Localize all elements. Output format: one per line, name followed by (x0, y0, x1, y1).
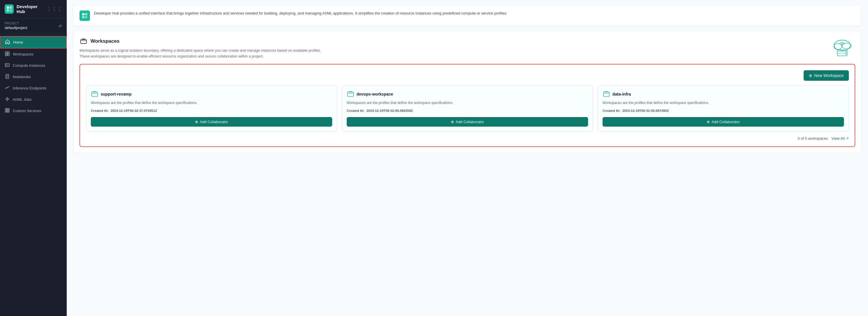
workspaces-desc-2: These workspaces are designed to enable … (80, 53, 321, 59)
svg-rect-31 (85, 13, 87, 16)
workspaces-icon (5, 51, 10, 57)
workspace-cards-grid: support-revamp Workspaces are the profil… (86, 85, 849, 132)
swap-icon[interactable]: ⇄ (59, 24, 62, 28)
add-collaborator-label-3: Add Collaborator (712, 120, 740, 124)
sidebar-item-inference-label: Inference Endpoints (13, 86, 46, 90)
workspaces-title-row: Workspaces (80, 37, 321, 45)
card-title-3: data-infra (612, 92, 631, 96)
svg-rect-30 (82, 13, 85, 16)
svg-rect-52 (603, 92, 609, 96)
svg-rect-3 (9, 9, 12, 11)
app-title: Developer Hub (17, 4, 46, 14)
new-workspace-plus-icon: ⊕ (809, 73, 812, 78)
sidebar-header: Developer Hub ⋮⋮⋮ (0, 0, 67, 18)
info-logo-icon (80, 10, 90, 21)
svg-rect-0 (7, 6, 9, 9)
svg-point-45 (845, 54, 846, 55)
svg-rect-1 (9, 6, 12, 9)
card-title-row-2: devops-workspace (347, 90, 588, 98)
workspaces-section-icon (80, 37, 88, 45)
sidebar-nav: Home Workspaces (0, 34, 67, 316)
aiml-icon (5, 97, 10, 102)
sidebar-item-workspaces[interactable]: Workspaces (0, 49, 67, 60)
card-created-2: Created At: 2024-12-19T06:32:09.466259Z (347, 109, 588, 112)
svg-rect-8 (5, 64, 9, 66)
home-icon (5, 39, 10, 45)
info-banner-text: Developer Hub provides a unified interfa… (94, 10, 506, 17)
svg-rect-23 (8, 108, 9, 110)
add-collaborator-button-2[interactable]: ⊕ Add Collaborator (347, 117, 588, 126)
card-desc-3: Workspaces are the profiles that define … (602, 100, 844, 106)
view-all-link[interactable]: View All ↗ (832, 136, 849, 141)
add-collaborator-plus-icon-3: ⊕ (707, 120, 710, 124)
card-desc-2: Workspaces are the profiles that define … (347, 100, 588, 106)
notebooks-icon (5, 74, 10, 80)
workspaces-header: Workspaces Workspaces serve as a logical… (80, 37, 855, 59)
card-title-row-1: support-revamp (91, 90, 332, 98)
workspace-card-icon-1 (91, 90, 98, 98)
card-created-1: Created At: 2024-12-19T06:32:37.072051Z (91, 109, 332, 112)
workspace-card-icon-3 (602, 90, 610, 98)
svg-rect-4 (5, 52, 7, 53)
sidebar-item-home[interactable]: Home (0, 36, 67, 49)
custom-icon (5, 108, 10, 114)
workspaces-title-area: Workspaces Workspaces serve as a logical… (80, 37, 321, 59)
sidebar-item-notebooks-label: Notebooks (13, 75, 31, 79)
svg-rect-33 (85, 16, 87, 18)
add-collaborator-button-1[interactable]: ⊕ Add Collaborator (91, 117, 332, 126)
sidebar-item-home-label: Home (13, 40, 23, 45)
project-section: PROJECT defaultproject ⇄ (0, 18, 67, 34)
workspace-card-data-infra: data-infra Workspaces are the profiles t… (598, 85, 849, 132)
sidebar-item-aiml-label: AI/ML Jobs (13, 97, 32, 102)
main-content: Developer Hub provides a unified interfa… (67, 0, 868, 316)
sidebar-logo: Developer Hub (5, 4, 46, 14)
add-collaborator-label-2: Add Collaborator (456, 120, 484, 124)
svg-rect-26 (8, 110, 9, 111)
card-desc-1: Workspaces are the profiles that define … (91, 100, 332, 106)
cards-top-row: ⊕ New Workspace (86, 70, 849, 81)
sidebar-item-inference[interactable]: Inference Endpoints (0, 83, 67, 94)
card-title-2: devops-workspace (356, 92, 393, 96)
svg-point-39 (842, 45, 843, 46)
svg-point-44 (845, 52, 846, 53)
card-title-row-3: data-infra (602, 90, 844, 98)
project-label: PROJECT (5, 22, 27, 25)
info-banner: Developer Hub provides a unified interfa… (74, 6, 861, 26)
svg-point-43 (845, 51, 846, 51)
add-collaborator-label-1: Add Collaborator (200, 120, 228, 124)
svg-rect-29 (8, 111, 9, 112)
svg-rect-32 (82, 16, 85, 18)
workspace-card-devops: devops-workspace Workspaces are the prof… (342, 85, 593, 132)
svg-rect-2 (7, 9, 9, 11)
cards-bottom-row: 3 of 5 workspaces View All ↗ (86, 136, 849, 141)
sidebar-item-aiml[interactable]: AI/ML Jobs (0, 94, 67, 105)
sidebar-item-compute[interactable]: Compute Instances (0, 60, 67, 71)
add-collaborator-plus-icon-1: ⊕ (195, 120, 198, 124)
svg-rect-22 (7, 108, 8, 110)
grid-icon[interactable]: ⋮⋮⋮ (46, 6, 62, 12)
svg-rect-6 (5, 54, 7, 56)
svg-rect-7 (7, 54, 9, 56)
svg-rect-21 (5, 108, 6, 110)
new-workspace-button[interactable]: ⊕ New Workspace (804, 70, 849, 81)
sidebar-item-custom[interactable]: Custom Services (0, 105, 67, 116)
workspaces-section: Workspaces Workspaces serve as a logical… (74, 31, 861, 153)
workspace-card-icon-2 (347, 90, 354, 98)
svg-rect-27 (5, 111, 6, 112)
project-name: defaultproject (5, 26, 27, 30)
svg-rect-24 (5, 110, 6, 111)
sidebar-item-workspaces-label: Workspaces (13, 52, 33, 56)
sidebar-item-custom-label: Custom Services (13, 109, 41, 113)
sidebar-item-notebooks[interactable]: Notebooks (0, 71, 67, 83)
add-collaborator-plus-icon-2: ⊕ (451, 120, 454, 124)
workspace-count: 3 of 5 workspaces (798, 136, 828, 141)
new-workspace-label: New Workspace (814, 73, 844, 78)
svg-rect-48 (92, 92, 97, 96)
workspaces-title: Workspaces (91, 38, 120, 44)
svg-rect-28 (7, 111, 8, 112)
sidebar-item-compute-label: Compute Instances (13, 63, 45, 68)
svg-rect-50 (347, 92, 353, 96)
sidebar: Developer Hub ⋮⋮⋮ PROJECT defaultproject… (0, 0, 67, 316)
add-collaborator-button-3[interactable]: ⊕ Add Collaborator (602, 117, 844, 126)
workspace-cards-container: ⊕ New Workspace s (80, 64, 855, 147)
